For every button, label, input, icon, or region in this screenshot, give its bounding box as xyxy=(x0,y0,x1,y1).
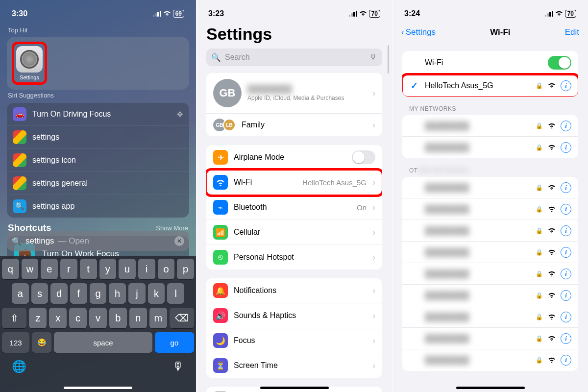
key-l[interactable]: l xyxy=(167,283,184,304)
airplane-toggle[interactable] xyxy=(352,150,375,164)
info-icon[interactable]: i xyxy=(561,312,571,322)
hotspot-cell[interactable]: ⎋ Personal Hotspot › xyxy=(206,245,382,270)
clear-icon[interactable]: ✕ xyxy=(174,236,184,246)
notifications-cell[interactable]: 🔔Notifications› xyxy=(206,278,382,303)
network-cell[interactable]: ████████🔒i xyxy=(402,263,578,285)
suggestion-row[interactable]: settings xyxy=(7,126,189,149)
key-f[interactable]: f xyxy=(70,283,87,304)
key-e[interactable]: e xyxy=(41,259,58,279)
network-cell[interactable]: ████████🔒i xyxy=(402,198,578,220)
info-icon[interactable]: i xyxy=(561,142,571,153)
connected-network-cell[interactable]: ✓ HelloTech Asus_5G 🔒 i xyxy=(402,75,578,97)
key-m[interactable]: m xyxy=(149,308,167,328)
back-button[interactable]: ‹Settings xyxy=(401,27,436,37)
chevron-left-icon: ‹ xyxy=(401,27,404,37)
wifi-toggle[interactable] xyxy=(548,56,571,70)
numbers-key[interactable]: 123 xyxy=(2,332,29,353)
key-i[interactable]: i xyxy=(138,259,155,279)
show-more-button[interactable]: Show More xyxy=(156,224,188,232)
key-q[interactable]: q xyxy=(2,259,19,279)
focus-cell[interactable]: 🌙Focus› xyxy=(206,328,382,353)
key-v[interactable]: v xyxy=(89,308,107,328)
key-t[interactable]: t xyxy=(80,259,97,279)
chevron-right-icon: › xyxy=(372,120,375,130)
network-cell[interactable]: ████████🔒i xyxy=(402,177,578,198)
apple-id-cell[interactable]: GB ████████ Apple ID, iCloud, Media & Pu… xyxy=(206,73,382,114)
key-o[interactable]: o xyxy=(158,259,175,279)
info-icon[interactable]: i xyxy=(561,204,571,215)
lock-icon: 🔒 xyxy=(536,206,543,213)
chrome-icon xyxy=(13,176,26,190)
settings-app-tile[interactable]: Settings xyxy=(12,42,47,85)
suggestion-row[interactable]: settings general xyxy=(7,172,189,195)
key-c[interactable]: c xyxy=(69,308,87,328)
cellular-cell[interactable]: 📶 Cellular › xyxy=(206,220,382,245)
network-cell[interactable]: ████████🔒i xyxy=(402,137,578,158)
info-icon[interactable]: i xyxy=(561,225,571,236)
emoji-key[interactable]: 😂 xyxy=(32,332,51,353)
shift-key[interactable]: ⇧ xyxy=(2,308,26,328)
status-bar: 3:24 70 xyxy=(392,0,588,23)
key-p[interactable]: p xyxy=(177,259,194,279)
key-y[interactable]: y xyxy=(99,259,117,279)
key-b[interactable]: b xyxy=(109,308,127,328)
network-cell[interactable]: ████████🔒i xyxy=(402,220,578,242)
key-g[interactable]: g xyxy=(90,283,107,304)
info-icon[interactable]: i xyxy=(561,121,571,131)
key-a[interactable]: a xyxy=(12,283,29,304)
edit-button[interactable]: Edit xyxy=(565,27,579,37)
home-indicator[interactable] xyxy=(260,387,329,389)
key-h[interactable]: h xyxy=(109,283,126,304)
airplane-cell[interactable]: ✈ Airplane Mode xyxy=(206,145,382,170)
key-k[interactable]: k xyxy=(148,283,165,304)
space-key[interactable]: space xyxy=(54,332,152,353)
screentime-cell[interactable]: ⏳Screen Time› xyxy=(206,353,382,378)
key-j[interactable]: j xyxy=(128,283,146,304)
suggestion-row[interactable]: 🔍settings app xyxy=(7,195,189,218)
sounds-cell[interactable]: 🔊Sounds & Haptics› xyxy=(206,303,382,328)
network-cell[interactable]: ████████🔒i xyxy=(402,328,578,349)
network-cell[interactable]: ████████🔒i xyxy=(402,115,578,137)
chevron-right-icon: › xyxy=(372,252,375,263)
mic-icon[interactable]: 🎙 xyxy=(172,360,184,373)
chevron-right-icon: › xyxy=(372,361,375,371)
phone-wifi: 3:24 70 ‹Settings Wi-Fi Edit Wi-Fi ✓ Hel… xyxy=(392,0,588,392)
wifi-cell[interactable]: Wi-Fi HelloTech Asus_5G › xyxy=(206,170,382,195)
network-name: ████████ xyxy=(425,356,469,365)
info-icon[interactable]: i xyxy=(561,247,571,258)
info-icon[interactable]: i xyxy=(561,182,571,193)
home-indicator[interactable] xyxy=(64,387,132,389)
suggestion-row[interactable]: 🚗Turn On Driving Focus❖ xyxy=(7,103,189,126)
page-title: Settings xyxy=(196,23,392,49)
bluetooth-cell[interactable]: ⌁ Bluetooth On › xyxy=(206,195,382,220)
search-input[interactable]: 🔍 settings — Open ✕ xyxy=(7,231,189,251)
info-icon[interactable]: i xyxy=(561,355,571,366)
network-cell[interactable]: ████████🔒i xyxy=(402,242,578,263)
home-indicator[interactable] xyxy=(456,387,525,389)
battery-icon: 70 xyxy=(565,10,576,18)
key-r[interactable]: r xyxy=(60,259,77,279)
info-icon[interactable]: i xyxy=(561,80,571,91)
key-n[interactable]: n xyxy=(129,308,147,328)
key-d[interactable]: d xyxy=(50,283,68,304)
info-icon[interactable]: i xyxy=(561,290,571,301)
mic-icon[interactable]: 🎙 xyxy=(369,53,377,62)
key-x[interactable]: x xyxy=(49,308,67,328)
network-cell[interactable]: ████████🔒i xyxy=(402,349,578,371)
globe-icon[interactable]: 🌐 xyxy=(12,360,26,373)
go-key[interactable]: go xyxy=(155,332,194,353)
info-icon[interactable]: i xyxy=(561,269,571,279)
network-cell[interactable]: ████████🔒i xyxy=(402,285,578,306)
key-w[interactable]: w xyxy=(22,259,39,279)
status-bar: 3:30 69 xyxy=(0,0,196,23)
info-icon[interactable]: i xyxy=(561,333,571,344)
family-cell[interactable]: GB LB Family › xyxy=(206,114,382,136)
network-name: ████████ xyxy=(425,248,469,257)
key-s[interactable]: s xyxy=(31,283,49,304)
network-cell[interactable]: ████████🔒i xyxy=(402,306,578,328)
search-input[interactable]: 🔍 Search 🎙 xyxy=(206,49,382,66)
key-u[interactable]: u xyxy=(119,259,136,279)
suggestion-row[interactable]: settings icon xyxy=(7,149,189,172)
backspace-key[interactable]: ⌫ xyxy=(170,308,194,328)
key-z[interactable]: z xyxy=(29,308,47,328)
